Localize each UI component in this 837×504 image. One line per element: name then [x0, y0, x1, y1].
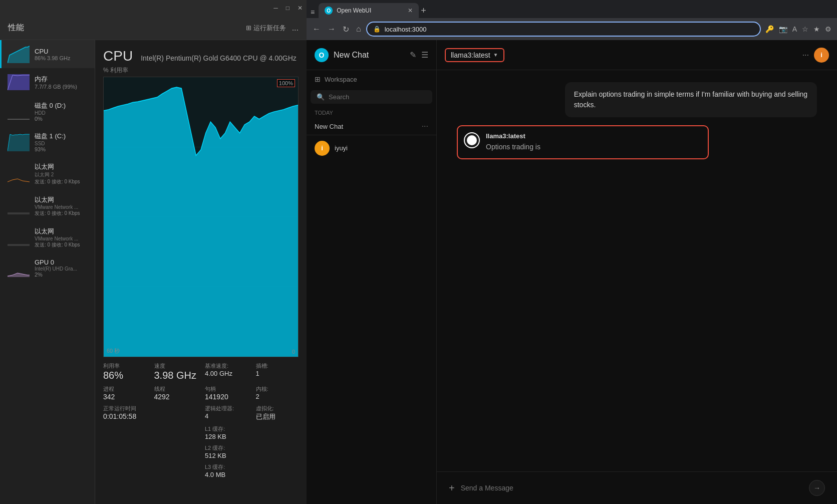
- eth1-sparkline: [8, 197, 30, 215]
- dropdown-arrow-icon: ▼: [493, 52, 498, 58]
- url-display[interactable]: localhost:3000: [385, 26, 754, 33]
- tm-title: 性能: [8, 23, 24, 33]
- chat-messages-area: Explain options trading in simple terms …: [437, 70, 837, 471]
- sidebar-item-eth0[interactable]: 以太网 以太网 2 发送: 0 接收: 0 Kbps: [0, 157, 95, 190]
- browser-window: ≡ O Open WebUI ✕ + ← → ↻ ⌂ 🔒 localhost:3…: [307, 0, 837, 504]
- assistant-avatar: [464, 132, 480, 148]
- memory-info: 内存 7.7/7.8 GB (99%): [35, 75, 77, 90]
- browser-active-tab[interactable]: O Open WebUI ✕: [319, 3, 419, 18]
- minimize-icon[interactable]: ─: [273, 5, 278, 12]
- translate-icon[interactable]: A: [791, 24, 798, 35]
- webui-sidebar-header: O New Chat ✎ ☰: [307, 40, 436, 70]
- more-options-icon[interactable]: ···: [802, 51, 809, 60]
- sidebar-menu-icon[interactable]: ☰: [421, 50, 428, 60]
- workspace-button[interactable]: ⊞ Workspace: [307, 70, 436, 88]
- message-input[interactable]: [461, 484, 803, 492]
- chat-search[interactable]: 🔍: [311, 90, 432, 104]
- favorites-icon[interactable]: ★: [812, 24, 821, 35]
- sidebar-item-gpu[interactable]: GPU 0 Intel(R) UHD Gra... 2%: [0, 254, 95, 283]
- search-icon: 🔍: [317, 93, 325, 101]
- workspace-label: Workspace: [325, 76, 357, 83]
- chart-60s-label: 60 秒: [107, 347, 120, 355]
- maximize-icon[interactable]: □: [286, 5, 290, 12]
- svg-rect-4: [8, 212, 30, 214]
- user-bar: i iyuyi: [307, 135, 436, 161]
- gpu-info: GPU 0 Intel(R) UHD Gra... 2%: [35, 259, 77, 278]
- browser-chrome: ≡ O Open WebUI ✕ + ← → ↻ ⌂ 🔒 localhost:3…: [307, 0, 837, 40]
- tm-sidebar: CPU 86% 3.98 GHz 内存 7.7/7.8 GB (99%): [0, 40, 95, 504]
- sidebar-item-cpu[interactable]: CPU 86% 3.98 GHz: [0, 40, 95, 68]
- back-button[interactable]: ←: [311, 23, 323, 36]
- cpu-stats: 利用率 86% 速度 3.98 GHz 基准速度: 4.00 GHz 插槽: 1…: [103, 362, 299, 478]
- passwords-icon[interactable]: 🔑: [764, 24, 775, 35]
- tab-favicon: O: [325, 7, 333, 15]
- chat-list-item[interactable]: New Chat ···: [307, 118, 436, 135]
- assistant-message-content: llama3:latest Options trading is: [486, 132, 540, 152]
- home-button[interactable]: ⌂: [354, 23, 363, 36]
- reading-list-icon[interactable]: ☆: [800, 24, 810, 35]
- browser-toolbar: ← → ↻ ⌂ 🔒 localhost:3000 🔑 📷 A ☆ ★ ⚙: [307, 18, 837, 40]
- stat-l3: L3 缓存: 4.0 MB: [205, 463, 248, 478]
- new-tab-button[interactable]: +: [421, 6, 426, 16]
- screenshot-icon[interactable]: 📷: [777, 24, 789, 35]
- sidebar-item-disk1[interactable]: 磁盘 1 (C:) SSD 93%: [0, 127, 95, 157]
- user-message-text: Explain options trading in simple terms …: [574, 90, 807, 109]
- close-icon[interactable]: ✕: [298, 5, 303, 12]
- extensions-icon[interactable]: ⚙: [823, 24, 833, 35]
- stat-sockets: 插槽: 1: [256, 362, 299, 381]
- message-input-bar: + →: [437, 471, 837, 504]
- assistant-message-text: Options trading is: [486, 142, 540, 152]
- reload-button[interactable]: ↻: [341, 23, 351, 36]
- browser-tab-menu-icon[interactable]: ≡: [311, 8, 315, 16]
- run-task-button[interactable]: ⊞ 运行新任务: [246, 24, 286, 33]
- webui-content: O New Chat ✎ ☰ ⊞ Workspace 🔍 Today New C…: [307, 40, 837, 504]
- webui-main-area: llama3:latest ▼ ··· i Explain options tr…: [437, 40, 837, 504]
- stat-l1: L1 缓存: 128 KB: [205, 425, 248, 440]
- svg-rect-1: [8, 74, 30, 90]
- sidebar-item-memory[interactable]: 内存 7.7/7.8 GB (99%): [0, 68, 95, 96]
- stat-base-speed: 基准速度: 4.00 GHz: [205, 362, 248, 381]
- cpu-info: CPU 86% 3.98 GHz: [35, 48, 71, 61]
- eth0-sparkline: [8, 165, 30, 183]
- stat-cores: 内核: 2: [256, 385, 299, 401]
- cpu-title: CPU: [103, 48, 133, 64]
- svg-marker-0: [8, 46, 30, 63]
- more-options-button[interactable]: ...: [292, 24, 299, 33]
- cpu-sparkline: [8, 45, 30, 63]
- address-bar[interactable]: 🔒 localhost:3000: [366, 22, 761, 37]
- sidebar-item-eth2[interactable]: 以太网 VMware Network ... 发送: 0 接收: 0 Kbps: [0, 222, 95, 254]
- attach-button[interactable]: +: [449, 482, 455, 494]
- sidebar-item-disk0[interactable]: 磁盘 0 (D:) HDD 0%: [0, 96, 95, 127]
- search-input[interactable]: [329, 93, 426, 101]
- sidebar-item-eth1[interactable]: 以太网 VMware Network ... 发送: 0 接收: 0 Kbps: [0, 190, 95, 222]
- stat-logical: 逻辑处理器: 4: [205, 405, 248, 421]
- new-chat-label: New Chat: [334, 51, 405, 60]
- stat-threads: 线程 4292: [154, 385, 197, 401]
- stat-process: 进程 342: [103, 385, 146, 401]
- header-user-avatar: i: [814, 48, 829, 63]
- chat-item-more-icon[interactable]: ···: [422, 122, 428, 131]
- edit-chat-icon[interactable]: ✎: [410, 50, 416, 60]
- svg-rect-2: [8, 119, 30, 120]
- chart-100-label: 100%: [277, 79, 295, 87]
- disk0-info: 磁盘 0 (D:) HDD 0%: [35, 101, 66, 122]
- tab-close-button[interactable]: ✕: [408, 7, 413, 14]
- send-icon: →: [813, 484, 820, 492]
- eth0-info: 以太网 以太网 2 发送: 0 接收: 0 Kbps: [35, 162, 80, 185]
- stat-speed: 速度 3.98 GHz: [154, 362, 197, 381]
- cpu-usage-label: % 利用率: [103, 66, 299, 75]
- svg-marker-10: [104, 87, 298, 357]
- disk1-sparkline: [8, 133, 30, 151]
- browser-tabs-bar: ≡ O Open WebUI ✕ +: [307, 0, 837, 18]
- webui-main-header: llama3:latest ▼ ··· i: [437, 40, 837, 70]
- eth2-sparkline: [8, 229, 30, 247]
- forward-button[interactable]: →: [326, 23, 338, 36]
- send-button[interactable]: →: [809, 480, 825, 496]
- browser-toolbar-icons: 🔑 📷 A ☆ ★ ⚙: [764, 24, 833, 35]
- stat-virt: 虚拟化: 已启用: [256, 405, 299, 421]
- svg-marker-6: [8, 273, 30, 277]
- model-selector-dropdown[interactable]: llama3:latest ▼: [445, 48, 504, 62]
- user-message: Explain options trading in simple terms …: [565, 82, 817, 117]
- tm-body: CPU 86% 3.98 GHz 内存 7.7/7.8 GB (99%): [0, 40, 307, 504]
- workspace-icon: ⊞: [315, 75, 321, 83]
